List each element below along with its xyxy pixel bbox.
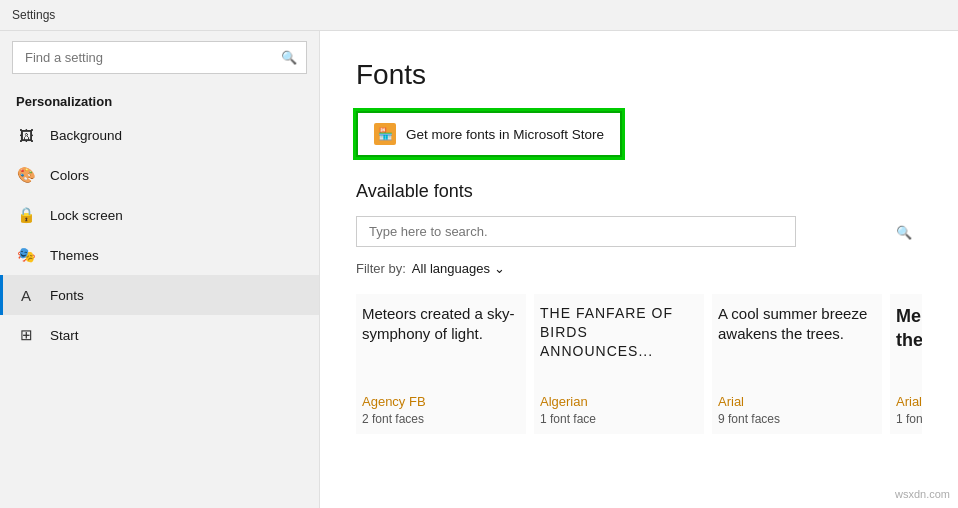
sidebar-item-fonts[interactable]: A Fonts [0,275,319,315]
filter-label: Filter by: [356,261,406,276]
sidebar-item-label-lockscreen: Lock screen [50,208,123,223]
fonts-icon: A [16,285,36,305]
font-name: Algerian [540,394,698,409]
font-faces: 1 font face [540,412,698,426]
sidebar-item-label-themes: Themes [50,248,99,263]
background-icon: 🖼 [16,125,36,145]
font-search-icon: 🔍 [896,224,912,239]
font-grid: Meteors created a sky-symphony of light.… [356,294,922,434]
sidebar-item-label-fonts: Fonts [50,288,84,303]
font-name: Agency FB [362,394,520,409]
colors-icon: 🎨 [16,165,36,185]
themes-icon: 🎭 [16,245,36,265]
font-name: Arial Roun... [896,394,922,409]
app-container: 🔍 Personalization 🖼 Background 🎨 Colors … [0,31,958,508]
font-card[interactable]: THE FANFARE OF BIRDS ANNOUNCES... Algeri… [534,294,704,434]
ms-store-label: Get more fonts in Microsoft Store [406,127,604,142]
font-search-input[interactable] [356,216,796,247]
filter-row: Filter by: All languages ⌄ [356,261,922,276]
watermark: wsxdn.com [895,488,950,500]
sidebar-item-start[interactable]: ⊞ Start [0,315,319,355]
font-search-container: 🔍 [356,216,922,247]
sidebar-item-background[interactable]: 🖼 Background [0,115,319,155]
sidebar-item-lockscreen[interactable]: 🔒 Lock screen [0,195,319,235]
search-icon: 🔍 [281,50,297,65]
sidebar-item-colors[interactable]: 🎨 Colors [0,155,319,195]
chevron-down-icon: ⌄ [494,261,505,276]
ms-store-icon: 🏪 [374,123,396,145]
lockscreen-icon: 🔒 [16,205,36,225]
sidebar: 🔍 Personalization 🖼 Background 🎨 Colors … [0,31,320,508]
font-faces: 9 font faces [718,412,876,426]
section-label: Personalization [0,88,319,115]
title-bar: Settings [0,0,958,31]
page-title: Fonts [356,59,922,91]
font-card[interactable]: Melodic bounce the roo Arial Roun... 1 f… [890,294,922,434]
filter-value: All languages [412,261,490,276]
font-preview: THE FANFARE OF BIRDS ANNOUNCES... [540,304,698,384]
font-preview: A cool summer breeze awakens the trees. [718,304,876,384]
nav-list: 🖼 Background 🎨 Colors 🔒 Lock screen 🎭 Th… [0,115,319,355]
sidebar-item-label-background: Background [50,128,122,143]
ms-store-button[interactable]: 🏪 Get more fonts in Microsoft Store [356,111,622,157]
font-card[interactable]: Meteors created a sky-symphony of light.… [356,294,526,434]
sidebar-item-themes[interactable]: 🎭 Themes [0,235,319,275]
title-bar-label: Settings [12,8,55,22]
main-content: Fonts 🏪 Get more fonts in Microsoft Stor… [320,31,958,508]
start-icon: ⊞ [16,325,36,345]
font-card[interactable]: A cool summer breeze awakens the trees. … [712,294,882,434]
font-preview: Meteors created a sky-symphony of light. [362,304,520,384]
sidebar-search-container: 🔍 [12,41,307,74]
search-input[interactable] [12,41,307,74]
font-preview: Melodic bounce the roo [896,304,922,384]
sidebar-item-label-colors: Colors [50,168,89,183]
font-faces: 2 font faces [362,412,520,426]
filter-dropdown[interactable]: All languages ⌄ [412,261,505,276]
sidebar-item-label-start: Start [50,328,79,343]
font-name: Arial [718,394,876,409]
available-fonts-label: Available fonts [356,181,922,202]
font-faces: 1 font face [896,412,922,426]
